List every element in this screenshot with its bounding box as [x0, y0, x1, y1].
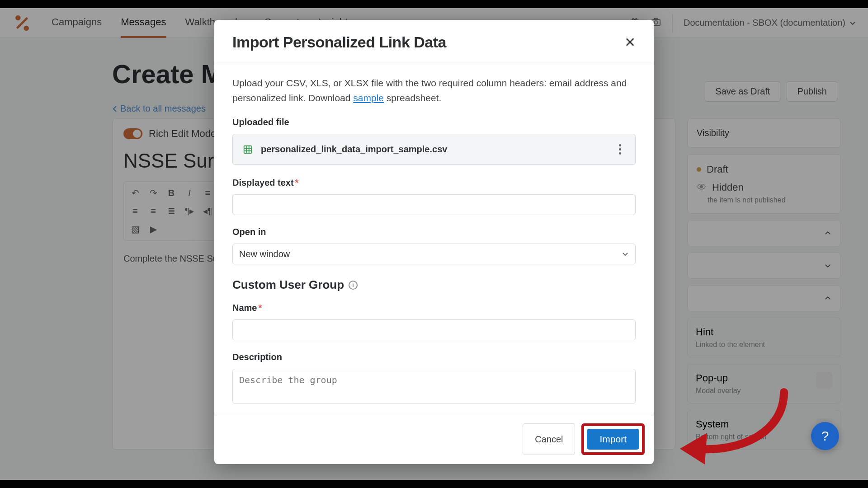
spreadsheet-icon — [243, 145, 253, 155]
open-in-value: New window — [239, 249, 290, 259]
help-icon: ? — [821, 428, 829, 444]
chevron-down-icon — [622, 250, 629, 258]
uploaded-file-row: personalized_link_data_import_sample.csv — [232, 134, 636, 165]
uploaded-file-name: personalized_link_data_import_sample.csv — [261, 144, 447, 155]
open-in-label: Open in — [232, 227, 636, 237]
import-modal: Import Personalized Link Data ✕ Upload y… — [214, 20, 654, 464]
modal-backdrop: Import Personalized Link Data ✕ Upload y… — [0, 0, 868, 488]
open-in-select[interactable]: New window — [232, 244, 636, 264]
close-icon[interactable]: ✕ — [624, 36, 636, 49]
displayed-text-input[interactable] — [232, 194, 636, 215]
uploaded-file-label: Uploaded file — [232, 117, 636, 127]
help-fab[interactable]: ? — [811, 422, 839, 450]
description-input[interactable] — [232, 369, 636, 404]
modal-title: Import Personalized Link Data — [232, 33, 446, 51]
description-label: Description — [232, 352, 636, 362]
sample-link[interactable]: sample — [353, 93, 384, 103]
name-input[interactable] — [232, 319, 636, 340]
cancel-button[interactable]: Cancel — [523, 423, 575, 455]
intro-text-b: spreadsheet. — [384, 93, 441, 103]
name-label: Name* — [232, 303, 636, 313]
modal-intro: Upload your CSV, XLS, or XLSX file with … — [232, 76, 636, 105]
info-icon[interactable]: i — [349, 281, 358, 290]
file-menu-icon[interactable] — [614, 144, 625, 155]
import-button[interactable]: Import — [587, 429, 639, 450]
svg-rect-7 — [244, 145, 252, 153]
import-highlight-annotation: Import — [581, 423, 645, 455]
displayed-text-label: Displayed text* — [232, 178, 636, 188]
custom-group-heading: Custom User Group i — [232, 278, 636, 292]
